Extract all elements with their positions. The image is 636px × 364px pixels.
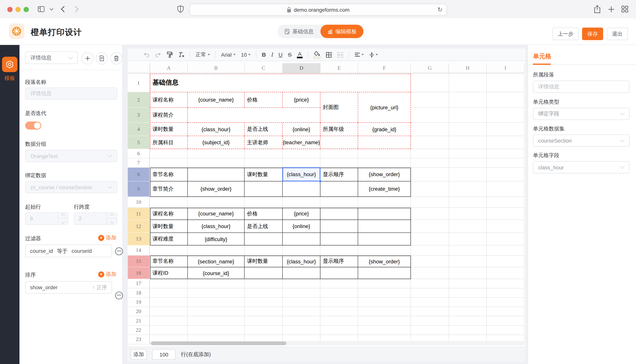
cell-B16[interactable]: {course_id} (188, 267, 245, 279)
cell-C11[interactable]: 价格 (245, 208, 283, 220)
selection-fill-handle[interactable] (319, 180, 322, 183)
row-header-21[interactable]: 21 (128, 316, 150, 326)
cell-A8[interactable]: 章节名称 (150, 168, 188, 182)
column-header-D[interactable]: D (283, 63, 320, 74)
font-color-icon[interactable]: A (297, 51, 303, 58)
forward-icon[interactable] (75, 6, 79, 12)
cell-field-select[interactable]: class_hour (533, 161, 629, 173)
cell-F5[interactable] (358, 136, 411, 149)
cell-F11[interactable] (358, 208, 411, 220)
row-header-15[interactable]: 15 (128, 256, 150, 267)
cell-A3[interactable]: 课程简介 (150, 108, 188, 123)
font-family-dropdown[interactable]: Arial (221, 52, 236, 58)
row-header-5[interactable]: 5 (128, 136, 150, 149)
row-header-7[interactable]: 7 (128, 158, 150, 168)
tab-edit-template[interactable]: 编辑模板 (320, 25, 363, 38)
row-header-12[interactable]: 12 (128, 220, 150, 233)
underline-icon[interactable]: U (279, 51, 283, 58)
cell-B13[interactable]: {difficulty} (188, 233, 245, 246)
cell-E5[interactable] (320, 136, 358, 149)
cell-B3[interactable] (188, 108, 320, 123)
cell-E12[interactable] (320, 220, 358, 233)
fill-color-icon[interactable] (314, 51, 320, 58)
url-bar[interactable]: demo.orangeforms.com ↻ (189, 4, 447, 16)
horizontal-scrollbar-thumb[interactable] (151, 342, 286, 345)
cell-dataset-select[interactable]: courseSection (533, 134, 629, 146)
row-header-10[interactable]: 10 (128, 197, 150, 208)
row-header-16[interactable]: 16 (128, 267, 150, 279)
section-select[interactable]: 详情信息 (25, 51, 78, 64)
cell-D5[interactable]: {teacher_name} (283, 136, 320, 149)
cell-F8[interactable]: {show_order} (358, 168, 411, 182)
column-header-G[interactable]: G (411, 63, 449, 74)
cell-F4[interactable]: {grade_id} (358, 123, 411, 136)
cell-F9[interactable]: {create_time} (358, 182, 411, 197)
add-rows-button[interactable]: 添加 (131, 349, 147, 360)
cell-F15[interactable]: {show_order} (358, 256, 411, 267)
row-header-19[interactable]: 19 (128, 298, 150, 307)
cell-F12[interactable] (358, 220, 411, 233)
cell-E4[interactable]: 所属年级 (320, 123, 358, 136)
cell-A16[interactable]: 课程ID (150, 267, 188, 279)
cell-A9[interactable]: 章节简介 (150, 182, 188, 197)
filter-add-button[interactable]: + 添加 (98, 234, 116, 242)
cell-E11[interactable] (320, 208, 358, 220)
back-icon[interactable] (61, 6, 65, 12)
cell-D9[interactable] (283, 182, 320, 197)
column-header-H[interactable]: H (449, 63, 487, 74)
cell-B4[interactable]: {class_hour} (188, 123, 245, 136)
cell-C4[interactable]: 是否上线 (245, 123, 283, 136)
bind-data-select[interactable]: zz_course / courseSection (25, 181, 117, 193)
cell-F13[interactable] (358, 233, 411, 246)
bold-icon[interactable]: B (262, 51, 266, 58)
selected-cell-outline[interactable] (282, 167, 320, 182)
cell-E2[interactable]: 封面图 (320, 92, 358, 123)
cell-D16[interactable] (283, 267, 320, 279)
data-group-select[interactable]: OrangeTest (25, 150, 117, 162)
clear-format-icon[interactable] (178, 52, 184, 58)
cell-A4[interactable]: 课时数量 (150, 123, 188, 136)
maximize-window-button[interactable] (24, 7, 29, 12)
cell-C8[interactable]: 课时数量 (245, 168, 283, 182)
italic-icon[interactable]: I (271, 51, 273, 58)
sheet-corner-cell[interactable] (128, 63, 150, 74)
cell-F2[interactable]: {picture_url} (358, 92, 411, 123)
row-header-1[interactable]: 1 (128, 74, 150, 92)
cell-A12[interactable]: 课时数量 (150, 220, 188, 233)
sidebar-toggle-icon[interactable] (38, 6, 45, 12)
cell-D2[interactable]: {price} (283, 92, 320, 108)
strikethrough-icon[interactable]: S (288, 51, 292, 58)
para-name-input[interactable]: 详情信息 (25, 88, 117, 100)
row-header-17[interactable]: 17 (128, 279, 150, 288)
row-header-20[interactable]: 20 (128, 307, 150, 316)
cell-B15[interactable]: {section_name} (188, 256, 245, 267)
filter-rule-row[interactable]: course_id 等于 courseId (25, 245, 112, 257)
cell-E13[interactable] (320, 233, 358, 246)
row-header-14[interactable]: 14 (128, 246, 150, 256)
merge-cells-icon[interactable] (337, 52, 343, 58)
cell-C13[interactable] (245, 233, 283, 246)
cell-B11[interactable]: {course_name} (188, 208, 245, 220)
cell-D4[interactable]: {online} (283, 123, 320, 136)
cell-D15[interactable]: {class_hour} (283, 256, 320, 267)
undo-icon[interactable] (143, 52, 149, 58)
cell-E15[interactable]: 显示顺序 (320, 256, 358, 267)
exit-button[interactable]: 退出 (607, 28, 628, 40)
column-header-C[interactable]: C (245, 63, 283, 74)
row-header-8[interactable]: 8 (128, 168, 150, 182)
sort-add-button[interactable]: + 添加 (98, 270, 116, 278)
cell-D13[interactable] (283, 233, 320, 246)
row-header-23[interactable]: 23 (128, 335, 150, 344)
remove-filter-button[interactable] (115, 248, 123, 255)
save-button[interactable]: 保存 (582, 28, 603, 40)
remove-sort-button[interactable] (115, 292, 123, 300)
sidebar-item-template[interactable]: 模板 (0, 74, 20, 82)
format-painter-icon[interactable] (167, 51, 173, 58)
share-icon[interactable] (594, 5, 601, 14)
column-header-B[interactable]: B (188, 63, 245, 74)
iterate-toggle[interactable] (25, 122, 41, 130)
cell-B8[interactable] (188, 168, 245, 182)
row-header-2[interactable]: 2 (128, 92, 150, 108)
column-header-A[interactable]: A (150, 63, 188, 74)
stepper-buttons[interactable] (58, 212, 68, 224)
